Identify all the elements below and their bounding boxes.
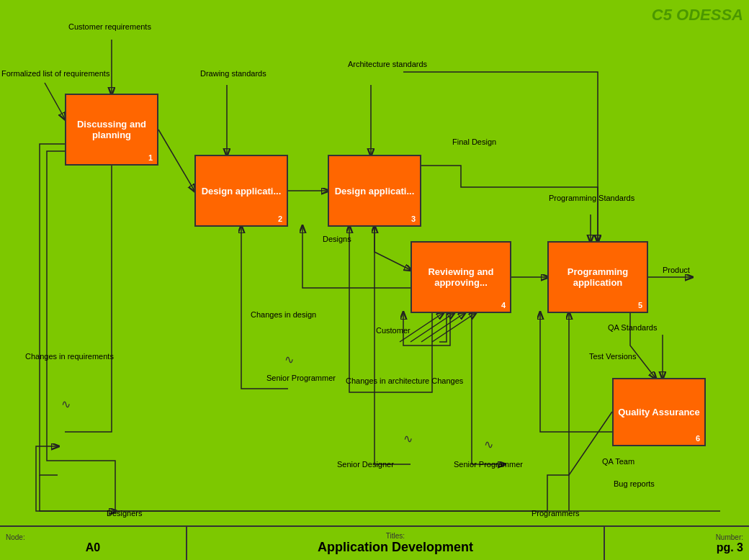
footer-node: Node: A0: [0, 527, 187, 560]
label-final-design: Final Design: [452, 137, 496, 147]
label-designs: Designs: [323, 234, 351, 244]
label-qa-team: QA Team: [602, 456, 634, 466]
label-bug-reports: Bug reports: [614, 479, 655, 489]
label-test-versions: Test Versions: [589, 351, 636, 361]
label-changes-requirements: Changes in requirements: [25, 351, 114, 361]
label-senior-programmer-1: Senior Programmer: [266, 373, 336, 383]
footer-titles: Titles: Application Development: [187, 527, 605, 560]
label-senior-designer: Senior Designer: [337, 459, 394, 469]
label-changes-design: Changes in design: [251, 310, 316, 320]
label-product: Product: [663, 265, 690, 275]
box-5[interactable]: Programming application 5: [547, 241, 648, 313]
footer-number: Number: pg. 3: [605, 527, 749, 560]
label-customer-requirements: Customer requirements: [68, 22, 151, 32]
logo: C5 ODESSA: [652, 6, 743, 24]
box-6[interactable]: Quality Assurance 6: [612, 378, 706, 446]
box-4[interactable]: Reviewing and approving... 4: [411, 241, 511, 313]
box-1[interactable]: Discussing and planning 1: [65, 94, 158, 166]
label-programmers: Programmers: [532, 508, 580, 518]
zigzag-2: ∿: [284, 353, 294, 366]
footer: Node: A0 Titles: Application Development…: [0, 525, 749, 560]
label-programming-standards: Programming Standards: [549, 193, 634, 203]
box-3[interactable]: Design applicati... 3: [328, 155, 421, 227]
zigzag-3: ∿: [403, 432, 413, 446]
label-formalized-list: Formalized list of requirements: [1, 68, 109, 78]
label-architecture-standards: Architecture standards: [348, 59, 427, 69]
label-designers: Designers: [107, 508, 143, 518]
diagram-area: Discussing and planning 1 Design applica…: [0, 0, 749, 525]
label-drawing-standards: Drawing standards: [200, 68, 266, 78]
label-customer: Customer: [376, 325, 411, 335]
zigzag-1: ∿: [61, 397, 71, 411]
label-changes-architecture: Changes in architecture Changes: [346, 376, 463, 386]
label-qa-standards: QA Standards: [608, 322, 658, 333]
zigzag-4: ∿: [484, 438, 493, 451]
box-2[interactable]: Design applicati... 2: [194, 155, 288, 227]
label-senior-programmer-2: Senior Programmer: [454, 459, 523, 469]
